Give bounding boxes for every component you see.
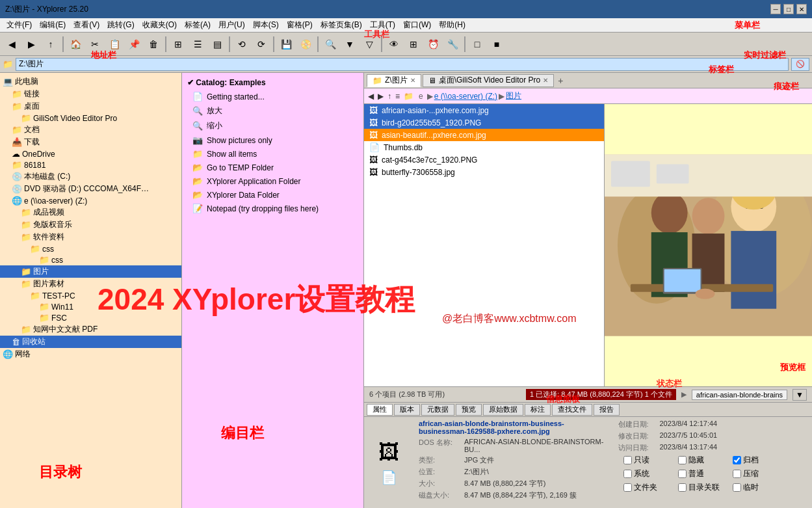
toolbar-back[interactable]: ◀ bbox=[3, 35, 21, 53]
catalog-item-data-folder[interactable]: 📂XYplorer Data Folder bbox=[182, 188, 363, 202]
tree-item-dvd-d[interactable]: 💿DVD 驱动器 (D:) CCCOMA_X64FRE_ZH-... bbox=[0, 183, 181, 195]
toolbar-paste[interactable]: 📌 bbox=[125, 35, 143, 53]
checkbox-normal[interactable] bbox=[678, 470, 687, 478]
menu-item-a[interactable]: 标签(A) bbox=[181, 18, 215, 32]
tree-item-network[interactable]: 🌐网络 bbox=[0, 348, 181, 360]
toolbar-eye[interactable]: 👁 bbox=[385, 35, 403, 53]
toolbar-fwd2[interactable]: ⟳ bbox=[252, 35, 270, 53]
tree-item-links[interactable]: 📁链接 bbox=[0, 88, 181, 100]
toolbar-fwd[interactable]: ▶ bbox=[22, 35, 40, 53]
tree-item-recycle[interactable]: 🗑回收站 bbox=[0, 336, 181, 348]
catalog-item-goto-temp[interactable]: 📂Go to TEMP Folder bbox=[182, 161, 363, 174]
toolbar-disk[interactable]: 💾 bbox=[277, 35, 295, 53]
checkbox-hidden[interactable] bbox=[678, 456, 687, 464]
tab-z-pictures[interactable]: 📁 Z\图片 ✕ bbox=[367, 74, 421, 87]
tree-item-86181[interactable]: 📁86181 bbox=[0, 159, 181, 170]
path-pictures[interactable]: 图片 bbox=[506, 90, 521, 101]
file-item[interactable]: 📄Thumbs.db bbox=[364, 141, 604, 154]
tree-item-software[interactable]: 📁软件资料 bbox=[0, 231, 181, 243]
info-tab-版本[interactable]: 版本 bbox=[394, 404, 420, 416]
tree-item-css[interactable]: 📁css bbox=[0, 243, 181, 254]
checkbox-system[interactable] bbox=[623, 470, 632, 478]
menu-item-p[interactable]: 窗格(P) bbox=[283, 18, 317, 32]
tab-desktop-close[interactable]: ✕ bbox=[543, 77, 548, 84]
info-tab-属性[interactable]: 属性 bbox=[367, 404, 393, 416]
toolbar-home[interactable]: 🏠 bbox=[66, 35, 85, 53]
tab-z-pictures-close[interactable]: ✕ bbox=[410, 77, 415, 84]
tree-item-onedrive[interactable]: ☁OneDrive bbox=[0, 148, 181, 159]
menu-item-g[interactable]: 跳转(G) bbox=[103, 18, 138, 32]
minimize-button[interactable]: ─ bbox=[770, 4, 781, 14]
tree-item-downloads[interactable]: 📥下载 bbox=[0, 136, 181, 148]
toolbar-clock[interactable]: ⏰ bbox=[424, 35, 442, 53]
tab-add-button[interactable]: + bbox=[555, 75, 566, 86]
toolbar-view3[interactable]: ▤ bbox=[208, 35, 226, 53]
file-item[interactable]: 🖼butterfly-7306558.jpg bbox=[364, 166, 604, 178]
toolbar-grid[interactable]: ⊞ bbox=[404, 35, 423, 53]
path-oa-server[interactable]: e (\\oa-server) (Z:) bbox=[434, 92, 497, 101]
menu-item-u[interactable]: 用户(U) bbox=[215, 18, 249, 32]
menu-item-b[interactable]: 标签页集(B) bbox=[317, 18, 366, 32]
info-tab-标注[interactable]: 标注 bbox=[525, 404, 551, 416]
path-fwd[interactable]: ▶ bbox=[376, 92, 385, 101]
tree-item-freemusic[interactable]: 📁免版权音乐 bbox=[0, 219, 181, 231]
catalog-item-shrink[interactable]: 🔍缩小 bbox=[182, 118, 363, 133]
tree-item-pic-material[interactable]: 📁图片素材 bbox=[0, 278, 181, 290]
toolbar-wrench[interactable]: 🔧 bbox=[443, 35, 462, 53]
toolbar-back2[interactable]: ⟲ bbox=[233, 35, 251, 53]
info-tab-元数据[interactable]: 元数据 bbox=[421, 404, 454, 416]
toolbar-square1[interactable]: □ bbox=[468, 35, 486, 53]
checkbox-temp[interactable] bbox=[733, 483, 741, 492]
path-back[interactable]: ◀ bbox=[367, 92, 375, 101]
tree-item-desktop[interactable]: 📁桌面 bbox=[0, 100, 181, 113]
file-item[interactable]: 🖼cat-g454c3e7cc_1920.PNG bbox=[364, 154, 604, 166]
tree-item-local-c[interactable]: 💿本地磁盘 (C:) bbox=[0, 170, 181, 183]
filter-toggle[interactable]: 🚫 bbox=[791, 58, 809, 71]
toolbar-view2[interactable]: ☰ bbox=[189, 35, 207, 53]
menu-item-h[interactable]: 帮助(H) bbox=[435, 18, 469, 32]
menu-item-f[interactable]: 文件(F) bbox=[3, 18, 36, 32]
tree-item-docs[interactable]: 📁文档 bbox=[0, 124, 181, 136]
menu-item-s[interactable]: 脚本(S) bbox=[249, 18, 283, 32]
tree-item-oa-server-z[interactable]: 🌐e (\\oa-server) (Z:) bbox=[0, 195, 181, 206]
toolbar-square2[interactable]: ■ bbox=[488, 35, 506, 53]
tree-item-pictures[interactable]: 📁图片 bbox=[0, 265, 181, 278]
toolbar-filter1[interactable]: ▼ bbox=[341, 35, 359, 53]
close-button[interactable]: ✕ bbox=[796, 4, 807, 14]
maximize-button[interactable]: □ bbox=[783, 4, 794, 14]
catalog-item-app-folder[interactable]: 📂XYplorer Application Folder bbox=[182, 174, 363, 188]
catalog-item-show-pics[interactable]: 📷Show pictures only bbox=[182, 133, 363, 147]
menu-item-w[interactable]: 窗口(W) bbox=[399, 18, 435, 32]
checkbox-dirfolder[interactable] bbox=[678, 483, 687, 492]
path-menu[interactable]: ≡ bbox=[394, 92, 401, 101]
checkbox-readonly[interactable] bbox=[623, 456, 632, 464]
path-up[interactable]: ↑ bbox=[386, 92, 393, 101]
catalog-item-show-all[interactable]: 📁Show all items bbox=[182, 147, 363, 161]
tree-item-fsc[interactable]: 📁FSC bbox=[0, 312, 181, 323]
tree-item-pc[interactable]: 💻此电脑 bbox=[0, 75, 181, 88]
checkbox-archive[interactable] bbox=[733, 456, 741, 464]
tree-item-css2[interactable]: 📁css bbox=[0, 254, 181, 265]
catalog-item-notepad[interactable]: 📝Notepad (try dropping files here) bbox=[182, 202, 363, 215]
toolbar-view1[interactable]: ⊞ bbox=[169, 35, 187, 53]
tree-item-test-pc[interactable]: 📁TEST-PC bbox=[0, 290, 181, 301]
tree-item-win11[interactable]: 📁Win11 bbox=[0, 301, 181, 312]
file-item[interactable]: 🖼african-asian-...pxhere.com.jpg bbox=[364, 104, 604, 116]
address-input[interactable] bbox=[16, 58, 789, 71]
tree-item-cnki-pdf[interactable]: 📁知网中文文献 PDF bbox=[0, 323, 181, 336]
file-item[interactable]: 🖼bird-g20d255b55_1920.PNG bbox=[364, 116, 604, 129]
catalog-item-enlarge[interactable]: 🔍放大 bbox=[182, 103, 363, 118]
info-tab-报告[interactable]: 报告 bbox=[594, 404, 620, 416]
menu-item-t[interactable]: 工具(T) bbox=[366, 18, 399, 32]
toolbar-search[interactable]: 🔍 bbox=[321, 35, 339, 53]
toolbar-up[interactable]: ↑ bbox=[42, 35, 60, 53]
checkbox-filefolder[interactable] bbox=[623, 483, 632, 492]
tree-item-videos[interactable]: 📁成品视频 bbox=[0, 206, 181, 219]
toolbar-delete[interactable]: 🗑 bbox=[144, 35, 163, 53]
status-dropdown[interactable]: ▼ bbox=[792, 389, 807, 401]
toolbar-filter2[interactable]: ▽ bbox=[360, 35, 378, 53]
menu-item-e[interactable]: 编辑(E) bbox=[36, 18, 70, 32]
toolbar-disk2[interactable]: 📀 bbox=[296, 35, 315, 53]
file-item[interactable]: 🖼asian-beautif...pxhere.com.jpg bbox=[364, 129, 604, 141]
checkbox-compress[interactable] bbox=[733, 470, 741, 478]
